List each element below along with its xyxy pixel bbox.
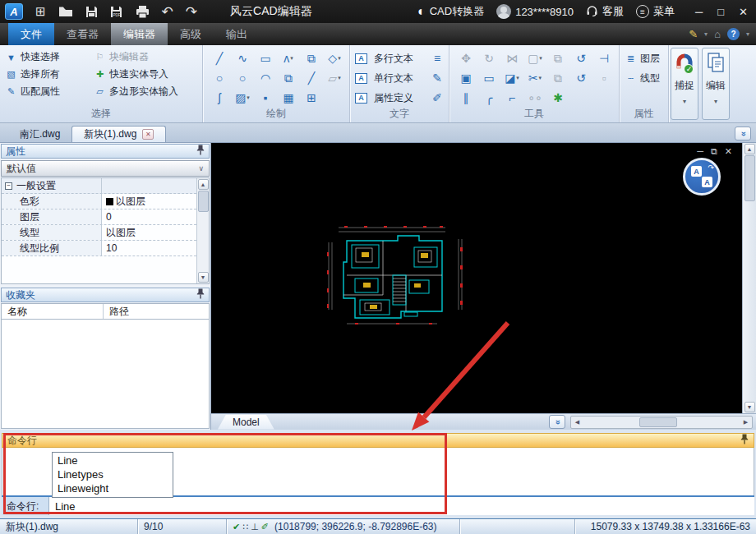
osnap-icon[interactable]: ✔ [233,522,240,532]
rectangle-icon[interactable]: ▭ [254,48,277,68]
suggestion-item[interactable]: Linetypes [53,467,173,481]
column-path[interactable]: 路径 [104,305,192,319]
redo-icon[interactable]: ↷ [186,3,197,21]
sketch-icon[interactable]: ∿ [231,48,254,68]
pin-icon[interactable] [196,288,205,302]
property-grid-scrollbar[interactable]: ▲ ▼ [196,178,209,283]
customer-service-button[interactable]: 客服 [583,4,627,19]
canvas-minimize-icon[interactable]: ─ [697,146,703,157]
layout-list-button[interactable]: « [549,415,565,429]
scroll-down-icon[interactable]: ▼ [198,272,209,283]
construction-line-icon[interactable]: ╱ [300,68,323,88]
model-tab[interactable]: Model [218,415,274,430]
scroll-right-icon[interactable]: ▶ [740,417,752,428]
property-row-layer[interactable]: 图层 0 [2,209,209,225]
edit-attribute-icon[interactable]: ✐ [426,88,449,108]
arc-icon[interactable]: ◠ [254,68,277,88]
array-icon[interactable]: ▣ [454,68,477,88]
offset-icon[interactable]: ∥ [454,88,477,108]
save-icon[interactable] [85,6,98,18]
cad-converter-button[interactable]: ◐ CAD转换器 [414,4,487,19]
collapse-icon[interactable]: − [5,182,12,190]
property-row-color[interactable]: 色彩 以图层 [2,194,209,209]
text-numbering-icon[interactable]: ≡ [426,48,449,68]
suggestion-item[interactable]: Line [53,453,173,467]
ellipse-icon[interactable]: ○ [231,68,254,88]
snap-caret-icon[interactable]: ▾ [683,98,686,105]
line-icon[interactable]: ╱ [208,48,231,68]
command-history[interactable]: Line Linetypes Lineweight [2,448,754,495]
insert-block-icon[interactable]: ⧉ [300,48,323,68]
tab-viewer[interactable]: 查看器 [54,23,111,45]
block-icon[interactable]: ⧉ [277,68,300,88]
drawing-canvas[interactable]: ─ ⧉ ✕ AA↷ [211,143,742,413]
circle-icon[interactable]: ○ [208,68,231,88]
snap-button[interactable]: ✓ 捕捉 ▾ [671,48,698,120]
doc-tab-close-icon[interactable]: ✕ [142,129,154,140]
match-properties-button[interactable]: ✎ 匹配属性 [5,85,94,99]
polygon-icon[interactable]: ◇▾ [323,48,346,68]
undo-icon[interactable]: ↶ [162,3,173,21]
copy-with-time-icon[interactable]: ↺ [569,48,592,68]
quick-entity-import-button[interactable]: ✚ 快速实体导入 [94,67,199,81]
pin-icon[interactable] [196,145,205,158]
scroll-left-icon[interactable]: ◀ [571,417,583,428]
property-row-ltscale[interactable]: 线型比例 10 [2,241,209,256]
save-as-pdf-icon[interactable]: PDF [110,6,123,18]
scroll-down-icon[interactable]: ▼ [744,402,755,412]
pin-icon[interactable] [740,434,749,447]
open-folder-icon[interactable] [58,6,73,17]
scrollbar-thumb[interactable] [639,417,677,427]
quick-edit-icon[interactable]: ✎ [689,28,698,40]
property-group-row[interactable]: − 一般设置 [2,178,209,194]
align-icon[interactable]: ⊣ [592,48,615,68]
command-input[interactable] [49,497,754,515]
favorites-list[interactable] [1,320,210,429]
doc-tab-nanhui[interactable]: 南汇.dwg [8,126,71,142]
spline-icon[interactable]: ʃ [208,88,231,108]
new-file-icon[interactable]: ⊞ [35,4,46,19]
column-name[interactable]: 名称 [2,304,104,319]
select-all-button[interactable]: ▧ 选择所有 [5,67,94,81]
help-icon[interactable]: ? [727,28,740,40]
maximize-button[interactable]: □ [717,6,724,18]
polyline-icon[interactable]: ʌ▾ [277,48,300,68]
erase-icon[interactable]: ◪▾ [500,68,523,88]
tab-output[interactable]: 输出 [214,23,260,45]
close-button[interactable]: ✕ [739,6,748,18]
tab-advanced[interactable]: 高级 [168,23,214,45]
grid-snap-icon[interactable]: ∷ [242,522,248,532]
ribbon-collapse-button[interactable]: « [735,127,751,140]
canvas-close-icon[interactable]: ✕ [725,146,732,157]
mtext-button[interactable]: A 多行文本 [355,52,426,66]
trim-icon[interactable]: ✂▾ [523,68,546,88]
dynamic-input-icon[interactable]: ✐ [261,522,269,532]
layers-button[interactable]: ≣ 图层 [625,48,660,68]
minimize-button[interactable]: ─ [695,6,703,18]
canvas-horizontal-scrollbar[interactable]: ◀ ▶ [570,416,753,429]
edit-caret-icon[interactable]: ▾ [714,98,717,105]
scrollbar-thumb[interactable] [198,191,209,212]
quick-edit-caret-icon[interactable]: ▾ [704,30,708,38]
rectangle-array-icon[interactable]: ▭ [477,68,500,88]
scrollbar-thumb[interactable] [744,155,755,201]
linetype-button[interactable]: ┄ 线型 [625,68,660,88]
scroll-up-icon[interactable]: ▲ [198,179,209,190]
point-icon[interactable]: ▪ [254,88,277,108]
fillet-icon[interactable]: ╭ [477,88,500,108]
edit-text-icon[interactable]: ✎ [426,68,449,88]
doc-tab-xinkuai[interactable]: 新块(1).dwg ✕ [71,126,166,142]
edit-button[interactable]: 编辑 ▾ [702,48,730,120]
image-icon[interactable]: ▦ [277,88,300,108]
suggestion-item[interactable]: Lineweight [53,481,173,495]
chamfer-icon[interactable]: ⌐ [500,88,523,108]
hatch-icon[interactable]: ▨▾ [231,88,254,108]
explode-icon[interactable]: ✱ [546,88,569,108]
tab-file[interactable]: 文件 [8,23,54,45]
translate-tool-button[interactable]: AA↷ [683,158,721,196]
property-preset-dropdown[interactable]: 默认值 ∨ [1,160,210,177]
account-button[interactable]: 123****8910 [493,4,577,19]
command-suggestion-list[interactable]: Line Linetypes Lineweight [52,452,173,498]
single-text-button[interactable]: A 单行文本 [355,71,426,85]
help-caret-icon[interactable]: ▾ [746,30,749,38]
